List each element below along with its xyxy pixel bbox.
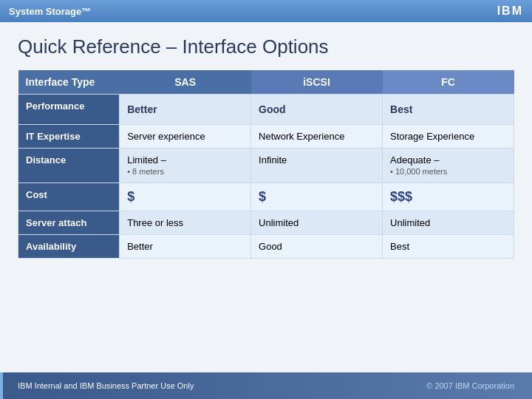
table-header: Interface Type SAS iSCSI FC: [18, 70, 514, 95]
cell-cost-fc: $$$: [383, 183, 514, 211]
header-bar: System Storage™ IBM: [0, 0, 532, 22]
footer-accent: [0, 372, 3, 399]
footer-right-text: © 2007 IBM Corporation: [426, 381, 514, 390]
row-label-cost: Cost: [18, 183, 120, 211]
header-title: System Storage™: [9, 6, 91, 17]
main-content: Quick Reference – Interface Options Inte…: [0, 22, 532, 399]
cell-expertise-fc: Storage Experience: [383, 125, 514, 149]
col-header-type: Interface Type: [18, 70, 120, 95]
reference-table: Interface Type SAS iSCSI FC Performance …: [18, 70, 514, 259]
col-header-fc: FC: [383, 70, 514, 95]
cell-attach-fc: Unlimited: [383, 211, 514, 235]
header-row: Interface Type SAS iSCSI FC: [18, 70, 514, 95]
cell-distance-iscsi: Infinite: [251, 149, 383, 183]
cell-attach-iscsi: Unlimited: [251, 211, 383, 235]
ibm-logo: IBM: [497, 4, 523, 18]
row-label-availability: Availability: [18, 235, 120, 259]
cell-expertise-iscsi: Network Experience: [251, 125, 383, 149]
cell-attach-sas: Three or less: [120, 211, 251, 235]
row-label-it-expertise: IT Expertise: [18, 125, 120, 149]
cell-cost-sas: $: [120, 183, 251, 211]
row-label-performance: Performance: [18, 95, 120, 125]
table-row: IT Expertise Server experience Network E…: [18, 125, 514, 149]
cell-distance-fc-sub: • 10,000 meters: [390, 167, 447, 176]
col-header-iscsi: iSCSI: [251, 70, 383, 95]
page-title: Quick Reference – Interface Options: [18, 35, 514, 58]
row-label-distance: Distance: [18, 149, 120, 183]
cell-distance-sas: Limited – • 8 meters: [120, 149, 251, 183]
footer-left-text: IBM Internal and IBM Business Partner Us…: [18, 381, 194, 390]
footer: IBM Internal and IBM Business Partner Us…: [0, 372, 532, 399]
table-row: Availability Better Good Best: [18, 235, 514, 259]
table-row: Server attach Three or less Unlimited Un…: [18, 211, 514, 235]
cell-cost-iscsi: $: [251, 183, 383, 211]
cell-avail-iscsi: Good: [251, 235, 383, 259]
cell-perf-sas: Better: [120, 95, 251, 125]
row-label-server-attach: Server attach: [18, 211, 120, 235]
cell-avail-fc: Best: [383, 235, 514, 259]
cell-distance-fc: Adequate – • 10,000 meters: [383, 149, 514, 183]
cell-perf-iscsi: Good: [251, 95, 383, 125]
cell-distance-sas-sub: • 8 meters: [127, 167, 164, 176]
cell-avail-sas: Better: [120, 235, 251, 259]
table-row: Cost $ $ $$$: [18, 183, 514, 211]
table-row: Distance Limited – • 8 meters Infinite A…: [18, 149, 514, 183]
page-wrapper: System Storage™ IBM Quick Reference – In…: [0, 0, 532, 399]
cell-expertise-sas: Server experience: [120, 125, 251, 149]
col-header-sas: SAS: [120, 70, 251, 95]
cell-perf-fc: Best: [383, 95, 514, 125]
table-body: Performance Better Good Best IT Expertis…: [18, 95, 514, 259]
table-row: Performance Better Good Best: [18, 95, 514, 125]
